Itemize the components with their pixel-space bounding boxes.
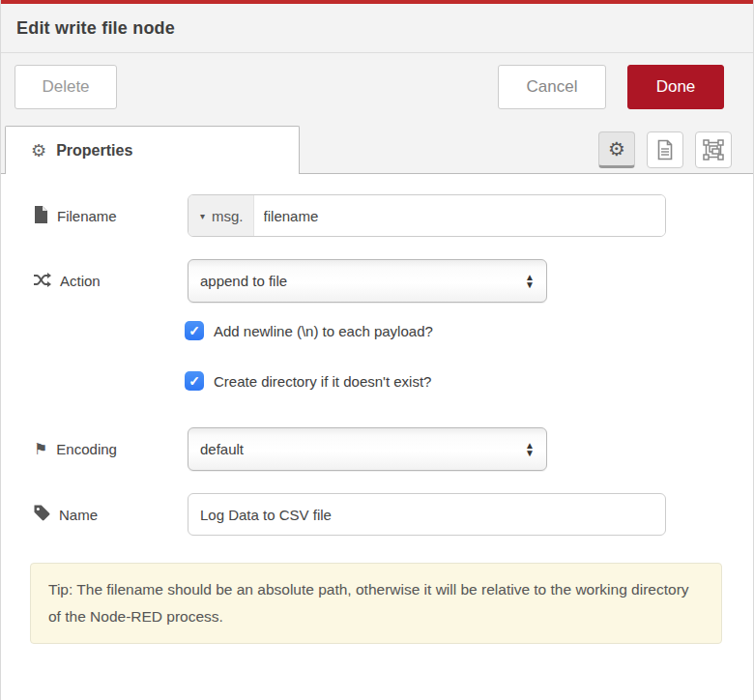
editor-view-buttons: ⚙: [598, 131, 732, 168]
gear-icon: ⚙: [31, 142, 46, 160]
appearance-icon: [703, 139, 724, 160]
tab-properties[interactable]: ⚙ Properties: [5, 126, 300, 174]
create-directory-checkbox[interactable]: ✓: [185, 371, 204, 391]
action-select-value: append to file: [200, 273, 525, 289]
newline-checkbox-label[interactable]: Add newline (\n) to each payload?: [214, 323, 433, 339]
file-icon: [34, 206, 48, 226]
caret-down-icon: ▾: [200, 211, 205, 221]
filename-input[interactable]: [254, 195, 665, 236]
filename-label: Filename: [34, 206, 188, 226]
newline-checkbox[interactable]: ✓: [185, 321, 204, 340]
tag-icon: [34, 505, 50, 524]
document-icon: [655, 139, 675, 160]
dialog-title: Edit write file node: [16, 18, 175, 39]
name-label: Name: [34, 505, 188, 524]
gear-icon: ⚙: [608, 139, 625, 159]
create-directory-checkbox-label[interactable]: Create directory if it doesn't exist?: [214, 373, 431, 390]
select-stepper-icon: ▲ ▼: [525, 442, 535, 456]
shuffle-icon: [34, 273, 51, 290]
properties-panel: Filename ▾ msg.: [1, 174, 753, 644]
appearance-view-button[interactable]: [695, 131, 732, 168]
encoding-select[interactable]: default ▲ ▼: [188, 427, 547, 471]
dialog-button-tray: Delete Cancel Done: [1, 53, 753, 121]
create-directory-checkbox-row[interactable]: ✓ Create directory if it doesn't exist?: [34, 371, 720, 391]
tab-properties-label: Properties: [56, 142, 132, 160]
done-button[interactable]: Done: [627, 65, 724, 109]
name-row: Name: [34, 493, 720, 536]
select-stepper-icon: ▲ ▼: [525, 274, 535, 288]
encoding-select-value: default: [200, 441, 525, 457]
form-tip: Tip: The filename should be an absolute …: [30, 563, 722, 644]
filename-type-select[interactable]: ▾ msg.: [188, 195, 254, 236]
tab-bar: ⚙ Properties ⚙: [1, 121, 753, 174]
encoding-label: ⚑ Encoding: [34, 441, 188, 457]
delete-button[interactable]: Delete: [14, 65, 117, 109]
description-view-button[interactable]: [647, 131, 683, 168]
dialog-header: Edit write file node: [1, 4, 753, 53]
filename-typed-input: ▾ msg.: [188, 194, 666, 237]
action-label: Action: [34, 273, 188, 290]
action-row: Action append to file ▲ ▼: [34, 259, 720, 303]
properties-view-button[interactable]: ⚙: [598, 131, 635, 168]
encoding-row: ⚑ Encoding default ▲ ▼: [34, 427, 720, 471]
cancel-button[interactable]: Cancel: [498, 65, 606, 109]
edit-write-file-node-dialog: Edit write file node Delete Cancel Done …: [0, 0, 754, 700]
name-input[interactable]: [188, 493, 666, 536]
check-icon: ✓: [188, 324, 200, 337]
filename-row: Filename ▾ msg.: [34, 194, 720, 237]
check-icon: ✓: [188, 374, 200, 388]
newline-checkbox-row[interactable]: ✓ Add newline (\n) to each payload?: [34, 321, 720, 340]
filename-type-label: msg.: [212, 208, 244, 224]
action-select[interactable]: append to file ▲ ▼: [188, 259, 547, 303]
flag-icon: ⚑: [34, 442, 47, 457]
